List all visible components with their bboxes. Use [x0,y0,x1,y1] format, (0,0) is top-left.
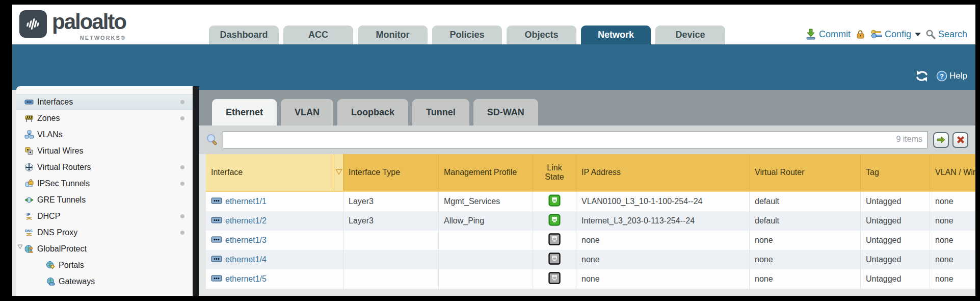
management-profile-cell: Mgmt_Services [439,192,533,211]
sidebar-item-label: GRE Tunnels [37,195,86,205]
subtab-loopback[interactable]: Loopback [337,99,408,126]
top-header: paloalto NETWORKS® DashboardACCMonitorPo… [12,5,975,44]
link-state-cell [533,211,576,231]
tab-device[interactable]: Device [655,26,725,44]
ethernet-port-icon [211,236,222,245]
clear-filter-button[interactable] [952,132,968,148]
sidebar-item-gateways[interactable]: Gateways [16,273,193,290]
refresh-icon[interactable] [915,70,929,82]
interface-type-cell [343,231,439,250]
sidebar-item-globalprotect[interactable]: GlobalProtect [16,241,193,257]
subtab-ethernet[interactable]: Ethernet [212,99,277,126]
column-header-ip-address[interactable]: IP Address [576,154,750,191]
search-button[interactable]: Search [925,29,967,40]
interface-link[interactable]: ethernet1/2 [211,216,267,225]
column-header-interface-type[interactable]: Interface Type [343,154,439,191]
table-row-ethernet1-5: ethernet1/5nonenoneUntaggednone [206,269,975,289]
sidebar-item-dhcp[interactable]: IPDHCP [16,208,193,224]
interface-name: ethernet1/2 [225,216,267,225]
interface-type-cell: Layer3 [343,192,439,211]
interface-name: ethernet1/4 [225,255,267,264]
svg-text:DNS: DNS [25,229,33,233]
sidebar-item-label: Portals [59,261,84,270]
expander-open-icon[interactable] [17,244,24,254]
subtab-tunnel[interactable]: Tunnel [412,99,469,126]
sidebar-item-zones[interactable]: Zones [16,110,193,127]
globalprotect-icon [24,244,34,254]
vlan-wire-cell: none [930,250,975,269]
link-down-icon [548,233,561,247]
tag-cell: Untagged [861,231,930,250]
sidebar-item-virtual-wires[interactable]: Virtual Wires [16,143,193,159]
sidebar-item-interfaces[interactable]: Interfaces [16,94,193,110]
column-header-interface[interactable]: Interface [206,154,334,191]
sidebar-scrollbar[interactable] [193,86,199,296]
sidebar-item-dns-proxy[interactable]: DNSDNS Proxy [16,224,193,241]
sidebar-item-portals[interactable]: Portals [16,257,193,273]
tab-acc[interactable]: ACC [283,26,353,44]
filter-input[interactable] [223,131,928,148]
sidebar-item-label: Gateways [59,277,95,286]
virtual-routers-icon [24,163,34,172]
link-state-cell [533,269,576,289]
main-panel: EthernetVLANLoopbackTunnelSD-WAN 9 items [199,90,975,296]
table-row-ethernet1-3: ethernet1/3nonenoneUntaggednone [206,231,975,250]
sidebar-item-label: GlobalProtect [37,244,87,254]
tab-network[interactable]: Network [581,26,651,44]
interface-cell: ethernet1/3 [206,231,343,250]
column-header-link-state[interactable]: Link State [533,154,576,191]
help-button[interactable]: ? Help [936,70,967,82]
column-header-tag[interactable]: Tag [861,154,930,191]
brand-subtitle: NETWORKS® [80,35,126,41]
vlan-wire-cell: none [930,211,975,231]
sidebar-item-label: DNS Proxy [37,228,77,237]
subtab-sd-wan[interactable]: SD-WAN [473,99,538,126]
green-arrow-icon [936,136,946,144]
column-header-virtual-router[interactable]: Virtual Router [750,154,861,191]
apply-filter-button[interactable] [933,132,949,148]
management-profile-cell [439,231,533,250]
vlan-wire-cell: none [930,192,975,211]
ip-address-cell: none [576,269,750,289]
virtual-router-cell: default [750,192,861,211]
config-menu-button[interactable]: Config [870,29,921,40]
interface-link[interactable]: ethernet1/5 [211,274,267,284]
management-profile-cell: Allow_Ping [439,211,533,231]
interface-link[interactable]: ethernet1/1 [211,197,267,206]
sidebar-item-ipsec-tunnels[interactable]: IPSec Tunnels [16,175,193,192]
search-label: Search [938,29,967,40]
page-body: InterfacesZonesVLANsVirtual WiresVirtual… [12,90,975,296]
interface-cell: ethernet1/4 [206,250,343,269]
interface-link[interactable]: ethernet1/3 [211,236,267,245]
sidebar-item-gre-tunnels[interactable]: GRE Tunnels [16,192,193,208]
sidebar-item-virtual-routers[interactable]: Virtual Routers [16,159,193,175]
link-up-icon [548,194,561,209]
tab-monitor[interactable]: Monitor [358,26,428,44]
column-header-management-profile[interactable]: Management Profile [439,154,533,191]
column-header-vlan-wire[interactable]: VLAN / Wire [930,154,975,191]
commit-button[interactable]: Commit [805,29,851,40]
interface-name: ethernet1/1 [225,197,267,206]
table-row-ethernet1-4: ethernet1/4nonenoneUntaggednone [206,250,975,269]
management-profile-cell [439,269,533,289]
interface-link[interactable]: ethernet1/4 [211,255,267,264]
help-icon: ? [936,70,947,82]
header-actions: Commit Config [805,29,967,40]
tab-objects[interactable]: Objects [507,26,576,44]
status-dot [180,116,184,120]
screenshot-frame: paloalto NETWORKS® DashboardACCMonitorPo… [0,0,980,301]
ethernet-port-icon [211,216,222,225]
tab-dashboard[interactable]: Dashboard [209,26,279,44]
tab-policies[interactable]: Policies [432,26,502,44]
dhcp-icon: IP [24,212,34,221]
ip-address-cell: none [576,250,750,269]
paloalto-logo: paloalto NETWORKS® [19,10,126,41]
interface-sort-button[interactable] [334,154,343,191]
lock-icon[interactable] [855,29,865,39]
sidebar-item-vlans[interactable]: VLANs [16,127,193,143]
tag-cell: Untagged [861,269,930,289]
portals-icon [46,261,55,270]
subtab-vlan[interactable]: VLAN [281,99,333,126]
table-header-row: InterfaceInterface TypeManagement Profil… [206,154,975,192]
link-state-cell [533,250,576,269]
